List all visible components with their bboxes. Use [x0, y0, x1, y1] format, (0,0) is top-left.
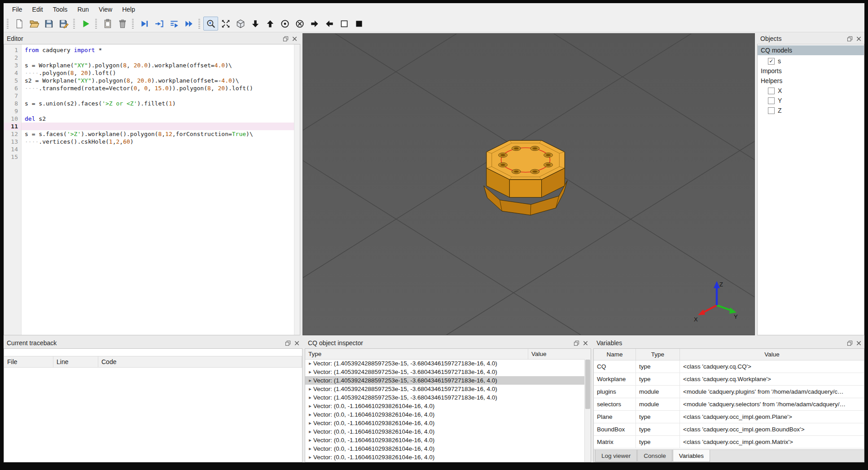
expand-icon[interactable]: ▸ — [307, 369, 313, 375]
variable-row[interactable]: BoundBoxtype<class 'cadquery.occ_impl.ge… — [594, 423, 864, 436]
code-line[interactable]: s2 = Workplane("XY").polygon(8, 20.0).wo… — [22, 77, 294, 84]
objects-group-helpers[interactable]: Helpers — [758, 76, 864, 86]
checkbox-z[interactable] — [768, 107, 775, 114]
expand-icon[interactable]: ▸ — [307, 403, 313, 409]
wireframe-button[interactable] — [337, 17, 351, 31]
objects-item-y[interactable]: Y — [758, 96, 864, 105]
inspector-scrollbar-thumb[interactable] — [585, 360, 590, 409]
checkbox-y[interactable] — [768, 97, 775, 104]
inspector-row[interactable]: ▸Vector: (0.0, -1.1604610293826104e-16, … — [305, 410, 585, 419]
checkbox-s[interactable]: ✓ — [768, 58, 775, 65]
menu-file[interactable]: File — [7, 4, 27, 14]
iso-view-button[interactable] — [233, 17, 248, 31]
continue-button[interactable] — [181, 17, 196, 31]
view-left-button[interactable] — [307, 17, 322, 31]
inspector-scrollbar[interactable] — [584, 359, 591, 462]
inspector-row[interactable]: ▸Vector: (0.0, -1.1604610293826104e-16, … — [305, 453, 585, 461]
checkbox-x[interactable] — [768, 88, 775, 94]
delete-button[interactable] — [115, 17, 130, 31]
toolbar-handle[interactable] — [198, 19, 200, 29]
toolbar-handle[interactable] — [132, 19, 134, 29]
editor-close-button[interactable] — [290, 35, 298, 43]
code-line[interactable] — [22, 92, 294, 100]
toolbar-handle[interactable] — [95, 19, 97, 29]
inspector-row[interactable]: ▸Vector: (0.0, -1.1604610293826104e-16, … — [305, 436, 585, 444]
new-file-button[interactable] — [12, 17, 26, 31]
view-bottom-button[interactable] — [263, 17, 277, 31]
model-s[interactable] — [479, 133, 572, 223]
code-line[interactable]: ····.polygon(8, 20).loft() — [22, 69, 294, 77]
variable-row[interactable]: Planetype<class 'cadquery.occ_impl.geom.… — [594, 411, 864, 423]
view-front-button[interactable] — [277, 17, 292, 31]
toolbar-handle[interactable] — [7, 19, 9, 29]
expand-icon[interactable]: ▸ — [307, 412, 313, 417]
column-header-type[interactable]: Type — [636, 349, 680, 360]
run-button[interactable] — [78, 17, 93, 31]
save-as-button[interactable] — [56, 17, 71, 31]
code-line[interactable]: del s2 — [22, 115, 294, 123]
expand-icon[interactable]: ▸ — [307, 429, 313, 435]
inspector-row[interactable]: ▸Vector: (1.4053924288597253e-15, -3.680… — [305, 393, 585, 402]
objects-group-cq-models[interactable]: CQ models — [758, 45, 864, 55]
menu-tools[interactable]: Tools — [48, 4, 73, 14]
expand-icon[interactable]: ▸ — [307, 437, 313, 443]
code-line[interactable]: ····.transformed(rotate=Vector(0, 0, 15.… — [22, 84, 294, 92]
variable-row[interactable]: selectorsmodule<module 'cadquery.selecto… — [594, 398, 864, 411]
zoom-fit-button[interactable] — [203, 17, 218, 31]
open-file-button[interactable] — [26, 17, 41, 31]
editor-code[interactable]: from cadquery import *s = Workplane("XY"… — [22, 44, 294, 335]
objects-float-button[interactable] — [846, 35, 854, 43]
column-header-value[interactable]: Value — [528, 349, 591, 359]
column-header-file[interactable]: File — [4, 356, 53, 367]
inspector-row[interactable]: ▸Vector: (1.4053924288597253e-15, -3.680… — [305, 359, 585, 368]
menu-edit[interactable]: Edit — [27, 4, 48, 14]
column-header-line[interactable]: Line — [53, 356, 98, 367]
traceback-float-button[interactable] — [284, 339, 292, 347]
menu-help[interactable]: Help — [117, 4, 140, 14]
inspector-row[interactable]: ▸Vector: (0.0, -1.1604610293826104e-16, … — [305, 427, 585, 436]
variable-row[interactable]: Matrixtype<class 'cadquery.occ_impl.geom… — [594, 436, 864, 448]
variable-row[interactable]: Workplanetype<class 'cadquery.cq.Workpla… — [594, 373, 864, 386]
expand-icon[interactable]: ▸ — [307, 360, 313, 366]
editor-float-button[interactable] — [281, 35, 289, 43]
code-line[interactable]: s = s.union(s2).faces('>Z or <Z').fillet… — [22, 100, 294, 107]
code-line[interactable] — [22, 123, 294, 130]
inspector-float-button[interactable] — [572, 339, 580, 347]
tab-console[interactable]: Console — [637, 450, 672, 462]
expand-icon[interactable]: ▸ — [307, 420, 313, 426]
menu-view[interactable]: View — [94, 4, 117, 14]
code-line[interactable]: from cadquery import * — [22, 46, 294, 54]
expand-icon[interactable]: ▸ — [307, 378, 313, 383]
viewport-3d[interactable]: Z X Y — [302, 33, 755, 335]
save-button[interactable] — [41, 17, 56, 31]
variables-float-button[interactable] — [846, 339, 854, 347]
editor-scrollbar[interactable] — [294, 44, 300, 335]
inspector-close-button[interactable] — [581, 339, 589, 347]
expand-icon[interactable]: ▸ — [307, 446, 313, 452]
traceback-close-button[interactable] — [293, 339, 301, 347]
variable-row[interactable]: CQtype<class 'cadquery.cq.CQ'> — [594, 360, 864, 373]
code-line[interactable]: s = s.faces('>Z').workplane().polygon(8,… — [22, 130, 294, 138]
inspector-row[interactable]: ▸Vector: (1.4053924288597253e-15, -3.680… — [305, 385, 585, 393]
paste-button[interactable] — [100, 17, 115, 31]
code-line[interactable] — [22, 107, 294, 115]
column-header-value[interactable]: Value — [680, 349, 864, 360]
objects-close-button[interactable] — [855, 35, 863, 43]
code-line[interactable] — [22, 145, 294, 153]
fit-all-button[interactable] — [218, 17, 233, 31]
inspector-row[interactable]: ▸Vector: (0.0, -1.1604610293826104e-16, … — [305, 402, 585, 410]
debug-button[interactable] — [137, 17, 152, 31]
objects-item-s[interactable]: ✓ s — [758, 56, 864, 66]
menu-run[interactable]: Run — [72, 4, 94, 14]
objects-group-imports[interactable]: Imports — [758, 66, 864, 76]
code-line[interactable] — [22, 153, 294, 161]
inspector-row[interactable]: ▸Vector: (1.4053924288597253e-15, -3.680… — [305, 376, 585, 385]
code-line[interactable] — [22, 54, 294, 61]
variable-row[interactable]: pluginsmodule<module 'cadquery.plugins' … — [594, 386, 864, 398]
step-button[interactable] — [152, 17, 167, 31]
expand-icon[interactable]: ▸ — [307, 386, 313, 392]
step-into-button[interactable] — [167, 17, 181, 31]
inspector-row[interactable]: ▸Vector: (1.4053924288597253e-15, -3.680… — [305, 368, 585, 376]
view-top-button[interactable] — [248, 17, 263, 31]
shaded-button[interactable] — [351, 17, 366, 31]
